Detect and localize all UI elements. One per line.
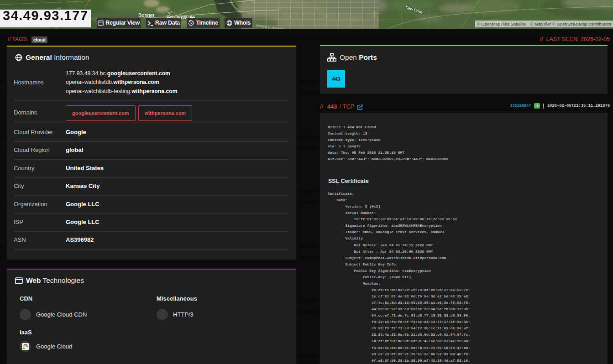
svg-text:Bonner: Bonner xyxy=(138,12,155,18)
